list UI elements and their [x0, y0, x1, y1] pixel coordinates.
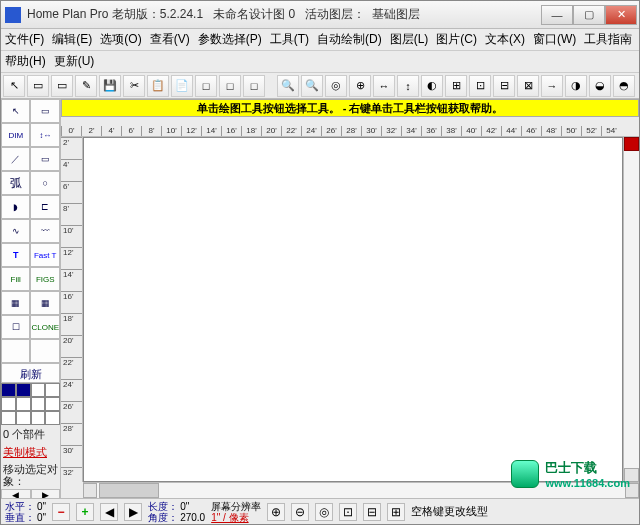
tb-open[interactable]: ▭	[51, 75, 73, 97]
menu-help[interactable]: 帮助(H)	[5, 53, 46, 70]
menu-layers[interactable]: 图层(L)	[390, 31, 429, 48]
mode4-icon[interactable]: ⊟	[493, 75, 515, 97]
zoom1-icon[interactable]: ⊕	[267, 503, 285, 521]
menu-options[interactable]: 选项(O)	[100, 31, 141, 48]
pan-h-icon[interactable]: ↔	[373, 75, 395, 97]
tb-extra1[interactable]: □	[195, 75, 217, 97]
tool-curve2[interactable]: 〰	[30, 219, 60, 243]
zoom6-icon[interactable]: ⊞	[387, 503, 405, 521]
color-swatch-10[interactable]	[45, 411, 60, 425]
plus-button[interactable]: +	[76, 503, 94, 521]
view-reset-icon[interactable]: ◎	[325, 75, 347, 97]
zoom3-icon[interactable]: ◎	[315, 503, 333, 521]
menu-edit[interactable]: 编辑(E)	[52, 31, 92, 48]
tool-fast-text[interactable]: Fast T	[30, 243, 60, 267]
tool-clone[interactable]: CLONE	[30, 315, 60, 339]
tool-curve1[interactable]: ∿	[1, 219, 30, 243]
tool-dim[interactable]: DIM	[1, 123, 30, 147]
menu-params[interactable]: 参数选择(P)	[198, 31, 262, 48]
menu-file[interactable]: 文件(F)	[5, 31, 44, 48]
minus-button[interactable]: −	[52, 503, 70, 521]
zoom-out-icon[interactable]: 🔍	[301, 75, 323, 97]
color-swatch-6[interactable]	[45, 397, 60, 411]
scroll-up-arrow[interactable]	[624, 137, 639, 151]
close-button[interactable]: ✕	[605, 5, 637, 25]
tool-smart[interactable]: ☐	[1, 315, 30, 339]
tool-blank1[interactable]	[1, 339, 30, 363]
tool-text[interactable]: T	[1, 243, 30, 267]
tool-rect[interactable]: ▭	[30, 147, 60, 171]
color-swatch-white[interactable]	[31, 383, 46, 397]
tb-extra3[interactable]: □	[243, 75, 265, 97]
mode-american[interactable]: 美制模式	[1, 444, 60, 461]
tool-window[interactable]: ⊏	[30, 195, 60, 219]
tool-select-rect[interactable]: ▭	[30, 99, 60, 123]
mode2-icon[interactable]: ⊞	[445, 75, 467, 97]
zoom-in-icon[interactable]: 🔍	[277, 75, 299, 97]
mode7-icon[interactable]: ◑	[565, 75, 587, 97]
color-swatch-5[interactable]	[31, 397, 46, 411]
tool-measure[interactable]: ↕↔	[30, 123, 60, 147]
menu-view[interactable]: 查看(V)	[150, 31, 190, 48]
tool-door[interactable]: ◗	[1, 195, 30, 219]
menu-tools[interactable]: 工具(T)	[270, 31, 309, 48]
resolution-value[interactable]: 1" / 像素	[211, 512, 261, 523]
target-icon[interactable]: ⊕	[349, 75, 371, 97]
move-left-button[interactable]: ◀	[1, 489, 31, 498]
window-title: Home Plan Pro 老胡版：5.2.24.1 未命名设计图 0 活动图层…	[27, 6, 541, 23]
mode8-icon[interactable]: ◒	[589, 75, 611, 97]
color-swatch-8[interactable]	[16, 411, 31, 425]
nav-right-icon[interactable]: ▶	[124, 503, 142, 521]
tb-save[interactable]: 💾	[99, 75, 121, 97]
menu-update[interactable]: 更新(U)	[54, 53, 95, 70]
color-swatch-blue-2[interactable]	[16, 383, 31, 397]
menu-guide[interactable]: 工具指南	[584, 31, 632, 48]
mode3-icon[interactable]: ⊡	[469, 75, 491, 97]
zoom2-icon[interactable]: ⊖	[291, 503, 309, 521]
mode5-icon[interactable]: ⊠	[517, 75, 539, 97]
mode9-icon[interactable]: ◓	[613, 75, 635, 97]
tb-extra2[interactable]: □	[219, 75, 241, 97]
tool-circle[interactable]: ○	[30, 171, 60, 195]
tool-arc[interactable]: 弧	[1, 171, 30, 195]
minimize-button[interactable]: —	[541, 5, 573, 25]
menu-autodraw[interactable]: 自动绘制(D)	[317, 31, 382, 48]
tool-fill[interactable]: Fill	[1, 267, 30, 291]
refresh-button[interactable]: 刷新	[1, 363, 60, 383]
tool-blank2[interactable]	[30, 339, 60, 363]
color-swatch-blue[interactable]	[1, 383, 16, 397]
mode6-icon[interactable]: →	[541, 75, 563, 97]
tb-select[interactable]: ▭	[27, 75, 49, 97]
color-swatch-white-2[interactable]	[45, 383, 60, 397]
zoom5-icon[interactable]: ⊟	[363, 503, 381, 521]
color-swatch-9[interactable]	[31, 411, 46, 425]
color-swatch-3[interactable]	[1, 397, 16, 411]
drawing-canvas[interactable]	[83, 137, 623, 482]
menu-text[interactable]: 文本(X)	[485, 31, 525, 48]
tool-arrow[interactable]: ↖	[1, 99, 30, 123]
menu-images[interactable]: 图片(C)	[436, 31, 477, 48]
tb-pointer[interactable]: ↖	[3, 75, 25, 97]
nav-left-icon[interactable]: ◀	[100, 503, 118, 521]
color-swatch-4[interactable]	[16, 397, 31, 411]
zoom4-icon[interactable]: ⊡	[339, 503, 357, 521]
scroll-left-arrow[interactable]	[83, 483, 97, 498]
pan-v-icon[interactable]: ↕	[397, 75, 419, 97]
tool-grid2[interactable]: ▦	[30, 291, 60, 315]
tb-paste[interactable]: 📄	[171, 75, 193, 97]
mode1-icon[interactable]: ◐	[421, 75, 443, 97]
tb-cut[interactable]: ✂	[123, 75, 145, 97]
menu-window[interactable]: 窗口(W)	[533, 31, 576, 48]
vruler-tick: 28'	[61, 423, 82, 445]
scroll-thumb-h[interactable]	[99, 483, 159, 498]
tb-copy[interactable]: 📋	[147, 75, 169, 97]
tool-line[interactable]: ／	[1, 147, 30, 171]
maximize-button[interactable]: ▢	[573, 5, 605, 25]
tool-grid1[interactable]: ▦	[1, 291, 30, 315]
scroll-track-v[interactable]	[624, 151, 639, 468]
tb-new[interactable]: ✎	[75, 75, 97, 97]
vertical-scrollbar[interactable]	[623, 137, 639, 482]
color-swatch-7[interactable]	[1, 411, 16, 425]
move-right-button[interactable]: ▶	[31, 489, 61, 498]
tool-figs[interactable]: FIGS	[30, 267, 60, 291]
